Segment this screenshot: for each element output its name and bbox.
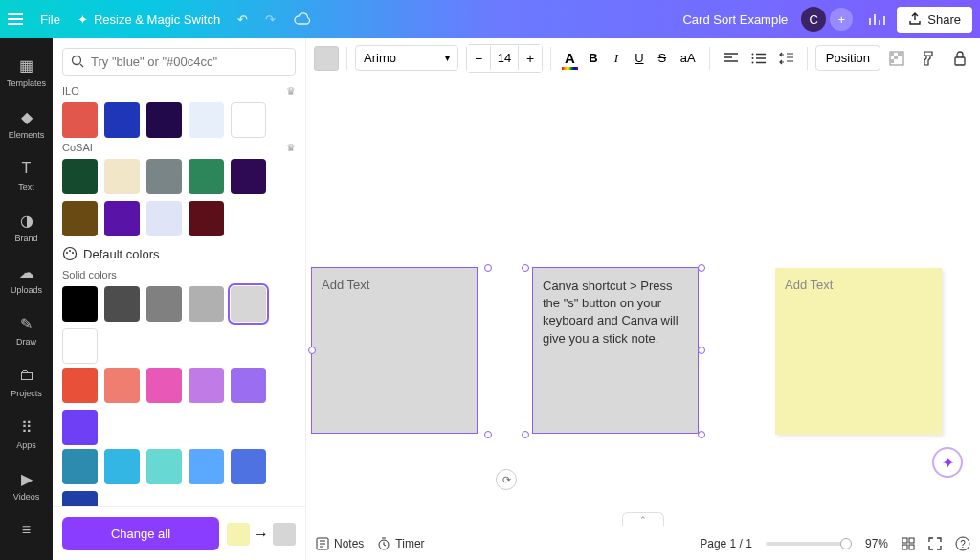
file-menu[interactable]: File (40, 12, 60, 27)
handle-top-mid2[interactable] (522, 264, 529, 272)
color-swatch[interactable] (62, 286, 98, 322)
add-collaborator-button[interactable]: + (830, 8, 853, 31)
bold-button[interactable]: B (583, 46, 604, 70)
document-title[interactable]: Card Sort Example (682, 12, 788, 27)
rail-more[interactable]: ≡ (0, 511, 53, 549)
copy-style-button[interactable] (916, 46, 942, 71)
color-swatch[interactable] (231, 286, 266, 322)
canvas[interactable]: Add Text Canva shortcut > Press the "s" … (306, 78, 980, 526)
cloud-sync-icon[interactable] (293, 12, 312, 26)
color-swatch[interactable] (62, 201, 98, 236)
italic-button[interactable]: I (606, 46, 627, 71)
list-button[interactable] (746, 48, 771, 69)
rail-videos[interactable]: ▶Videos (0, 459, 53, 511)
font-select[interactable]: Arimo ▾ (355, 45, 458, 71)
handle-bot-mid2[interactable] (522, 431, 529, 438)
color-swatch[interactable] (62, 449, 98, 484)
color-swatch[interactable] (62, 102, 98, 138)
fullscreen-button[interactable] (928, 537, 942, 550)
rail-text[interactable]: TText (0, 149, 53, 201)
color-swatch[interactable] (104, 368, 140, 403)
color-swatch[interactable] (189, 286, 224, 322)
color-swatch[interactable] (62, 159, 98, 194)
color-swatch[interactable] (231, 159, 266, 194)
analytics-icon[interactable] (862, 8, 891, 31)
rail-apps[interactable]: ⠿Apps (0, 408, 53, 459)
position-button[interactable]: Position (815, 45, 880, 71)
card-2[interactable]: Canva shortcut > Press the "s" button on… (533, 268, 698, 433)
rail-elements[interactable]: ◆Elements (0, 98, 53, 149)
rail-brand[interactable]: ◑Brand (0, 201, 53, 253)
color-swatch[interactable] (231, 102, 266, 138)
color-swatch[interactable] (146, 368, 182, 403)
avatar[interactable]: C (801, 7, 826, 32)
slider-thumb[interactable] (840, 538, 852, 549)
sync-icon[interactable]: ⟳ (496, 469, 517, 490)
svg-point-0 (73, 56, 81, 65)
color-swatch[interactable] (104, 286, 140, 322)
redo-button[interactable]: ↷ (265, 12, 276, 27)
color-swatch[interactable] (104, 159, 140, 194)
color-swatch[interactable] (62, 368, 98, 403)
color-swatch[interactable] (146, 102, 182, 138)
fill-color-swatch[interactable] (314, 46, 339, 71)
color-swatch[interactable] (62, 410, 98, 445)
share-button[interactable]: Share (897, 7, 972, 33)
color-swatch[interactable] (104, 449, 140, 484)
strikethrough-button[interactable]: S (652, 46, 673, 70)
sticky-note[interactable]: Add Text (775, 268, 942, 435)
search-input[interactable] (91, 55, 287, 69)
align-button[interactable] (718, 48, 744, 69)
help-button[interactable]: ? (955, 536, 970, 551)
font-size-value[interactable]: 14 (490, 46, 519, 70)
rail-uploads[interactable]: ☁Uploads (0, 253, 53, 304)
zoom-value[interactable]: 97% (865, 537, 888, 550)
card-1[interactable]: Add Text (312, 268, 477, 433)
lock-button[interactable] (947, 46, 972, 71)
notes-button[interactable]: Notes (316, 537, 364, 550)
rail-draw[interactable]: ✎Draw (0, 304, 53, 356)
color-search[interactable] (62, 48, 296, 76)
font-size-decrease[interactable]: − (467, 45, 490, 72)
text-color-button[interactable]: A (559, 45, 581, 71)
color-swatch[interactable] (189, 449, 224, 484)
color-swatch[interactable] (231, 368, 266, 403)
change-all-button[interactable]: Change all (62, 517, 219, 550)
underline-button[interactable]: U (629, 46, 650, 70)
font-size-increase[interactable]: + (519, 45, 542, 72)
color-swatch[interactable] (146, 286, 182, 322)
rail-projects[interactable]: 🗀Projects (0, 356, 53, 408)
color-swatch[interactable] (104, 201, 140, 236)
handle-left[interactable] (308, 347, 316, 354)
grid-view-button[interactable] (902, 537, 915, 550)
rail-templates[interactable]: ▦Templates (0, 46, 53, 98)
color-swatch[interactable] (189, 159, 224, 194)
color-swatch[interactable] (146, 201, 182, 236)
undo-button[interactable]: ↶ (237, 12, 248, 27)
color-swatch[interactable] (189, 102, 224, 138)
color-swatch[interactable] (231, 449, 266, 484)
color-swatch[interactable] (104, 102, 140, 138)
color-swatch[interactable] (189, 368, 224, 403)
handle-br[interactable] (698, 431, 705, 438)
ai-assist-button[interactable]: ✦ (932, 447, 963, 478)
page-indicator[interactable]: Page 1 / 1 (700, 537, 752, 550)
color-swatch[interactable] (146, 449, 182, 484)
zoom-slider[interactable] (766, 542, 852, 546)
color-swatch[interactable] (189, 201, 224, 236)
handle-top-mid[interactable] (484, 264, 492, 272)
menu-button[interactable] (8, 11, 27, 28)
timer-button[interactable]: Timer (377, 537, 424, 550)
resize-magic-switch[interactable]: ✦ Resize & Magic Switch (78, 12, 220, 27)
handle-right[interactable] (698, 347, 705, 354)
handle-tr[interactable] (698, 264, 705, 272)
text-case-button[interactable]: aA (675, 46, 702, 70)
handle-bot-mid[interactable] (484, 431, 492, 438)
page-tab-handle[interactable]: ⌃ (622, 512, 664, 526)
color-swatch[interactable] (62, 328, 98, 364)
rail-label: Elements (9, 130, 45, 140)
transparency-button[interactable] (883, 46, 910, 71)
spacing-button[interactable] (773, 47, 799, 70)
color-swatch[interactable] (62, 491, 98, 506)
color-swatch[interactable] (146, 159, 182, 194)
